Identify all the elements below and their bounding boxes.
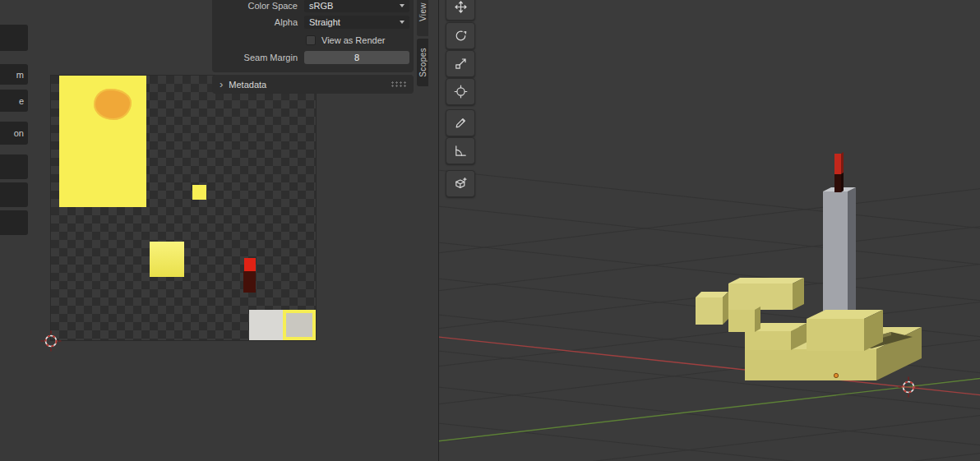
view-as-render-row: View as Render: [212, 33, 414, 48]
object-origin-dot: [834, 373, 838, 377]
scale-icon: [454, 57, 468, 71]
metadata-panel-header[interactable]: › Metadata: [212, 75, 414, 94]
seam-margin-label: Seam Margin: [212, 53, 304, 62]
seam-margin-field[interactable]: 8: [304, 51, 409, 64]
uv-island-small-yellow: [192, 185, 206, 200]
move-tool-button[interactable]: [446, 0, 475, 21]
edge-fragment-button[interactable]: [0, 182, 28, 207]
edge-fragment-button[interactable]: m: [0, 64, 28, 85]
alpha-value: Straight: [309, 17, 340, 27]
uv-island-gray: [249, 310, 283, 340]
edge-fragment-button[interactable]: [0, 25, 28, 51]
sidebar-tab-view-label: View: [418, 2, 428, 21]
viewport-scene[interactable]: [439, 0, 980, 461]
uv-image-canvas[interactable]: [51, 76, 316, 340]
annotate-icon: [454, 116, 468, 130]
uv-island-mid-yellow: [150, 242, 184, 277]
measure-tool-button[interactable]: [446, 137, 475, 164]
edge-fragment-button[interactable]: [0, 154, 28, 179]
metadata-label: Metadata: [229, 80, 266, 90]
color-space-dropdown[interactable]: sRGB: [304, 0, 409, 12]
alpha-row: Alpha Straight: [212, 15, 414, 30]
chevron-right-icon: ›: [220, 79, 223, 90]
left-edge-panel-fragments: m e on: [0, 0, 30, 247]
image-properties-panel: Color Space sRGB Alpha Straight View as …: [212, 0, 414, 72]
app-window: m e on Color Space: [0, 0, 980, 461]
2d-cursor: [39, 329, 63, 353]
color-space-row: Color Space sRGB: [212, 0, 414, 13]
uv-island-red: [244, 258, 256, 271]
3d-viewport[interactable]: [438, 0, 980, 461]
transform-icon: [454, 85, 468, 99]
edge-fragment-button[interactable]: [0, 210, 28, 235]
view-as-render-label: View as Render: [321, 35, 385, 45]
add-cube-icon: [454, 177, 468, 191]
image-editor-area[interactable]: m e on Color Space: [0, 0, 438, 461]
sidebar-tab-view[interactable]: View: [417, 0, 428, 36]
chevron-down-icon: [400, 4, 404, 7]
transform-tool-button[interactable]: [446, 78, 475, 105]
alpha-dropdown[interactable]: Straight: [304, 16, 409, 29]
chevron-down-icon: [400, 21, 404, 24]
rotate-tool-button[interactable]: [446, 22, 475, 49]
edge-fragment-button[interactable]: on: [0, 122, 28, 145]
uv-paint-orange-blob: [94, 89, 132, 120]
sidebar-tab-scopes-label: Scopes: [418, 48, 428, 77]
annotate-tool-button[interactable]: [446, 109, 475, 136]
seam-margin-row: Seam Margin 8: [212, 50, 414, 65]
view-as-render-checkbox[interactable]: [306, 35, 316, 45]
uv-island-maroon: [243, 271, 256, 293]
uv-island-large-yellow: [59, 76, 146, 207]
add-cube-tool-button[interactable]: [446, 170, 475, 197]
alpha-label: Alpha: [212, 17, 304, 27]
panel-drag-grip-icon[interactable]: [391, 81, 406, 88]
measure-icon: [454, 144, 468, 158]
color-space-value: sRGB: [309, 1, 333, 11]
uv-island-yellow-framed: [283, 310, 316, 340]
move-icon: [454, 0, 468, 14]
sidebar-tab-scopes[interactable]: Scopes: [417, 39, 428, 86]
edge-fragment-button[interactable]: e: [0, 90, 28, 112]
color-space-label: Color Space: [212, 1, 304, 11]
scale-tool-button[interactable]: [446, 50, 475, 77]
rotate-icon: [454, 29, 468, 43]
